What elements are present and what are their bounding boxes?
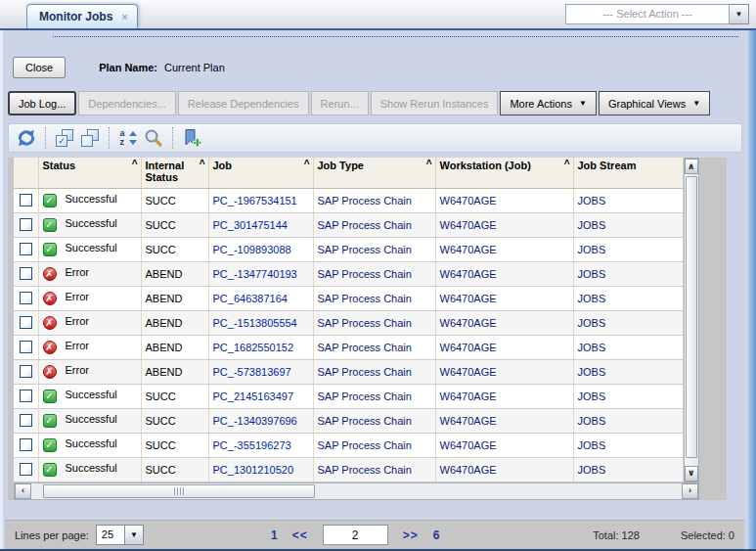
row-checkbox[interactable]: [20, 243, 32, 255]
table-row: ✗Error ABEND PC_-573813697 SAP Process C…: [14, 359, 683, 384]
more-actions-menu-button[interactable]: More Actions ▼: [500, 91, 597, 115]
status-cell: ✓Successful: [38, 457, 141, 482]
header-job-stream[interactable]: Job Stream: [573, 158, 683, 188]
chevron-down-icon[interactable]: ▼: [125, 525, 144, 545]
scroll-down-icon[interactable]: ∨: [685, 466, 699, 482]
internal-status-text: ABEND: [146, 317, 183, 329]
row-checkbox[interactable]: [20, 292, 32, 304]
status-icon: ✓: [43, 243, 57, 256]
row-checkbox[interactable]: [20, 365, 32, 378]
row-checkbox[interactable]: [20, 390, 32, 402]
vertical-scrollbar[interactable]: ∧ ∨: [684, 158, 700, 482]
header-job[interactable]: Job^: [208, 158, 313, 188]
vertical-scrollbar-thumb[interactable]: [686, 176, 698, 458]
job-stream-text: JOBS: [578, 293, 606, 304]
header-workstation[interactable]: Workstation (Job)^: [435, 158, 573, 188]
job-cell: PC_-1340397696: [208, 408, 313, 433]
select-all-icon[interactable]: ✓: [52, 125, 77, 151]
internal-status-text: SUCC: [146, 244, 176, 255]
job-link[interactable]: PC_-109893088: [213, 244, 291, 255]
internal-status-text: ABEND: [146, 268, 183, 280]
internal-status-text: ABEND: [146, 342, 183, 353]
job-type-text: SAP Process Chain: [318, 415, 412, 427]
table-header-row: Status^ Internal Status^ Job^ Job Type^ …: [14, 158, 683, 188]
scroll-up-icon[interactable]: ∧: [685, 159, 699, 174]
plan-name-value: Current Plan: [164, 62, 225, 73]
row-checkbox[interactable]: [20, 194, 32, 207]
job-link[interactable]: PC_1682550152: [213, 342, 294, 353]
job-link[interactable]: PC_1301210520: [213, 464, 294, 476]
select-action-dropdown[interactable]: --- Select Action --- ▼: [565, 4, 749, 24]
workstation-cell: W6470AGE: [435, 408, 573, 433]
job-stream-text: JOBS: [578, 464, 606, 476]
workstation-text: W6470AGE: [440, 390, 497, 402]
header-internal-status[interactable]: Internal Status^: [141, 158, 208, 188]
table-row: ✓Successful SUCC PC_-1340397696 SAP Proc…: [14, 408, 683, 433]
job-link[interactable]: PC_-355196273: [213, 439, 291, 451]
release-dependencies-button: Release Dependencies: [178, 91, 309, 115]
deselect-all-icon[interactable]: [77, 125, 103, 151]
status-text: Successful: [66, 462, 117, 474]
status-cell: ✗Error: [38, 310, 141, 335]
job-type-cell: SAP Process Chain: [313, 384, 435, 408]
tab-monitor-jobs[interactable]: Monitor Jobs×: [26, 4, 138, 28]
last-page-link[interactable]: 6: [433, 528, 440, 542]
job-link[interactable]: PC_2145163497: [213, 390, 294, 402]
status-icon: ✗: [43, 267, 57, 281]
previous-page-icon[interactable]: <<: [292, 528, 308, 542]
table-row: ✓Successful SUCC PC_1301210520 SAP Proce…: [14, 457, 683, 482]
current-page-input[interactable]: [323, 525, 388, 545]
chevron-down-icon[interactable]: ▼: [730, 4, 749, 24]
job-stream-text: JOBS: [578, 439, 606, 451]
row-checkbox[interactable]: [20, 438, 32, 451]
scroll-left-icon[interactable]: ‹: [15, 483, 31, 499]
sort-ascending-icon: ^: [564, 159, 570, 169]
row-checkbox[interactable]: [20, 218, 32, 231]
graphical-views-menu-button[interactable]: Graphical Views ▼: [599, 91, 710, 115]
job-link[interactable]: PC_-1340397696: [213, 415, 297, 427]
internal-status-text: SUCC: [146, 219, 176, 231]
job-link[interactable]: PC_-1513805554: [213, 317, 297, 329]
job-type-cell: SAP Process Chain: [313, 237, 435, 261]
horizontal-scrollbar[interactable]: ‹ ›: [14, 482, 699, 500]
tab-close-icon[interactable]: ×: [121, 11, 127, 23]
job-type-text: SAP Process Chain: [318, 439, 412, 451]
status-cell: ✗Error: [38, 286, 141, 310]
job-stream-cell: JOBS: [573, 212, 683, 237]
refresh-icon[interactable]: [14, 125, 39, 151]
row-checkbox[interactable]: [20, 463, 32, 476]
internal-status-cell: ABEND: [141, 261, 208, 286]
first-page-link[interactable]: 1: [271, 528, 278, 542]
close-button[interactable]: Close: [13, 57, 66, 78]
workstation-cell: W6470AGE: [435, 188, 573, 212]
status-cell: ✓Successful: [38, 408, 141, 433]
row-checkbox[interactable]: [20, 341, 32, 353]
row-checkbox[interactable]: [20, 267, 32, 280]
job-stream-cell: JOBS: [573, 188, 683, 212]
job-log-button[interactable]: Job Log...: [8, 91, 76, 115]
lines-per-page-select[interactable]: 25 ▼: [96, 525, 144, 545]
horizontal-scrollbar-thumb[interactable]: [43, 484, 315, 498]
sort-icon[interactable]: az: [115, 125, 141, 151]
job-link[interactable]: PC_-573813697: [213, 366, 291, 378]
status-icon: ✓: [43, 463, 57, 477]
job-link[interactable]: PC_-1347740193: [213, 268, 297, 280]
add-bookmark-icon[interactable]: [179, 125, 204, 151]
job-cell: PC_-1347740193: [208, 261, 313, 286]
internal-status-cell: ABEND: [141, 335, 208, 359]
next-page-icon[interactable]: >>: [403, 528, 419, 542]
plan-name: Plan Name:Current Plan: [99, 62, 225, 73]
row-checkbox[interactable]: [20, 316, 32, 329]
job-link[interactable]: PC_-1967534151: [213, 195, 297, 207]
scroll-right-icon[interactable]: ›: [682, 483, 698, 499]
header-job-type[interactable]: Job Type^: [313, 158, 435, 188]
row-checkbox[interactable]: [20, 414, 32, 427]
job-link[interactable]: PC_646387164: [213, 293, 288, 304]
header-status[interactable]: Status^: [38, 158, 141, 188]
search-icon[interactable]: [141, 125, 166, 151]
job-link[interactable]: PC_301475144: [213, 219, 288, 231]
toolbar-separator: [109, 127, 110, 149]
jobs-table: Status^ Internal Status^ Job^ Job Type^ …: [14, 158, 684, 482]
pager-bar: Lines per page: 25 ▼ 1 << >> 6 Total: 12…: [5, 520, 744, 549]
row-select-cell: [14, 212, 38, 237]
